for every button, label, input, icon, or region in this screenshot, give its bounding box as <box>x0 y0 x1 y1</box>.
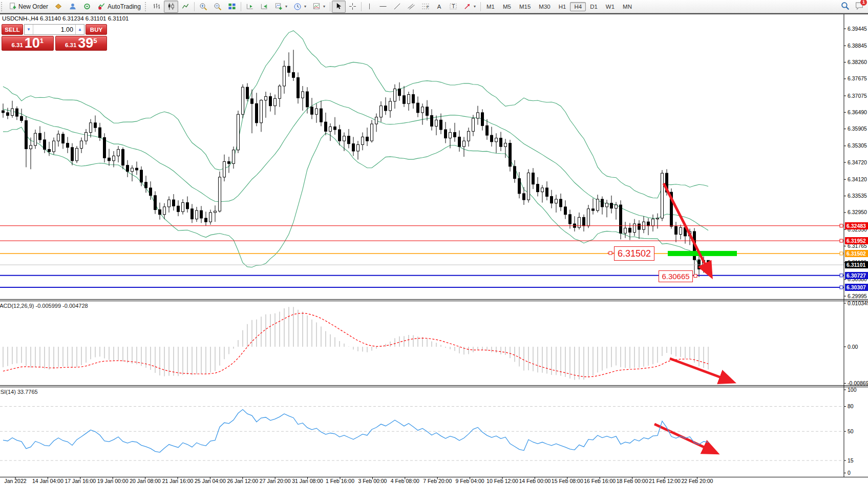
axis-tick-label: 6.32950 <box>848 209 867 215</box>
candle-body <box>435 120 438 126</box>
price-callout[interactable]: 6.31502 <box>614 246 654 261</box>
price-tag: 6.30727 <box>845 272 868 279</box>
green-highlight-rectangle[interactable] <box>668 251 737 256</box>
axis-tick-label: 6.39445 <box>848 26 867 32</box>
sell-button[interactable]: SELL <box>2 24 23 35</box>
time-axis-label: 31 Jan 08:00 <box>292 478 323 484</box>
axis-tick-label: 6.29995 <box>848 293 867 299</box>
candle-body <box>311 107 313 114</box>
volume-stepper: ▼ 1.00 ▲ <box>24 24 84 35</box>
candle-body <box>633 224 636 233</box>
candle-body <box>569 215 571 224</box>
candle-body <box>491 135 493 142</box>
sell-price[interactable]: 6.31 10 1 <box>2 36 54 51</box>
axis-tick-label: 6.34720 <box>848 159 867 165</box>
candle-body <box>371 124 373 141</box>
candle-body <box>329 127 332 132</box>
bollinger-upper-band <box>3 31 708 198</box>
axis-tick-label: 0 <box>848 470 851 476</box>
candle-body <box>698 260 701 269</box>
candle-body <box>126 165 129 172</box>
callout-anchor <box>609 251 612 255</box>
candle-body <box>421 107 424 113</box>
candle-body <box>348 136 350 144</box>
price-callout[interactable]: 6.30665 <box>659 270 693 282</box>
candle-body <box>431 115 433 126</box>
buy-button[interactable]: BUY <box>86 24 107 35</box>
candle-body <box>232 150 235 164</box>
time-axis-label: 14 Jan 04:00 <box>32 478 63 484</box>
trend-arrow[interactable] <box>664 183 709 272</box>
candle-body <box>444 130 447 138</box>
time-axis-label: 16 Feb 16:00 <box>584 478 616 484</box>
candle-body <box>159 209 161 214</box>
candle-body <box>292 72 295 77</box>
line-anchor-handle[interactable] <box>840 274 843 277</box>
volume-input[interactable]: 1.00 <box>33 25 75 34</box>
candle-body <box>85 133 88 141</box>
candle-body <box>150 188 152 196</box>
candle-body <box>39 133 41 140</box>
candle-body <box>219 177 221 211</box>
axis-tick-label: 6.38260 <box>848 59 867 65</box>
macd-label: MACD(12,26,9) -0.005999 -0.004728 <box>0 303 88 309</box>
candle-body <box>136 168 138 170</box>
time-axis-label: 9 Feb 04:00 <box>456 478 484 484</box>
line-anchor-handle[interactable] <box>840 286 843 289</box>
candle-body <box>228 161 230 163</box>
line-anchor-handle[interactable] <box>840 224 843 227</box>
candle-body <box>440 120 442 130</box>
candle-body <box>279 86 281 98</box>
time-axis-label: 17 Jan 16:00 <box>65 478 96 484</box>
candle-body <box>514 166 516 179</box>
candle-body <box>398 89 401 95</box>
candle-body <box>80 141 83 148</box>
candle-body <box>145 182 147 188</box>
volume-up-button[interactable]: ▲ <box>75 25 84 34</box>
candle-body <box>306 92 309 107</box>
time-axis-label: 14 Feb 00:00 <box>519 478 551 484</box>
candle-body <box>265 96 267 100</box>
line-anchor-handle[interactable] <box>840 252 843 255</box>
time-axis-label: Jan 2022 <box>4 478 26 484</box>
candle-body <box>44 140 46 150</box>
time-axis-label: 4 Feb 08:00 <box>391 478 419 484</box>
candle-body <box>518 179 521 194</box>
one-click-trade-panel: SELL ▼ 1.00 ▲ BUY 6.31 10 1 6.31 39 5 <box>2 24 107 51</box>
candle-body <box>592 209 595 211</box>
candle-body <box>302 92 304 98</box>
candle-body <box>629 228 631 232</box>
time-axis-label: 22 Feb 20:00 <box>681 478 713 484</box>
candle-body <box>463 141 465 146</box>
candle-body <box>620 205 622 233</box>
candle-body <box>7 113 9 116</box>
axis-tick-label: 100 <box>848 387 857 393</box>
candle-body <box>103 138 106 158</box>
candle-body <box>652 219 654 226</box>
candle-body <box>523 194 525 200</box>
candle-body <box>315 109 318 114</box>
candle-body <box>11 109 14 115</box>
candle-body <box>389 101 392 111</box>
buy-price[interactable]: 6.31 39 5 <box>55 36 108 51</box>
candle-body <box>48 150 51 152</box>
trend-arrow[interactable] <box>670 359 729 381</box>
time-axis-label: 18 Feb 00:00 <box>617 478 648 484</box>
buy-price-big: 39 <box>78 37 93 50</box>
callout-anchor <box>694 275 697 278</box>
candle-body <box>380 106 383 117</box>
candle-body <box>297 77 300 98</box>
candle-body <box>209 213 212 222</box>
candle-body <box>30 145 32 149</box>
candle-body <box>357 144 359 151</box>
time-axis-label: 10 Feb 12:00 <box>486 478 518 484</box>
line-anchor-handle[interactable] <box>840 239 843 242</box>
price-chart-svg: 6.394456.388456.382606.376756.370756.364… <box>0 0 868 484</box>
candle-body <box>583 217 585 226</box>
candle-body <box>338 130 341 141</box>
candle-body <box>177 206 180 212</box>
volume-down-button[interactable]: ▼ <box>25 25 33 34</box>
candle-body <box>2 111 5 113</box>
candle-body <box>223 161 226 177</box>
axis-tick-label: 0.010349 <box>848 300 868 306</box>
